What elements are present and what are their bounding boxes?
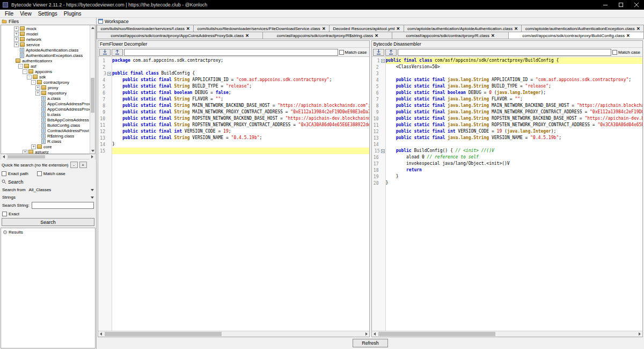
search-from-combobox[interactable]: Search from All_Classes xyxy=(2,186,94,193)
tab-close-icon[interactable]: ✕ xyxy=(322,26,326,31)
tab[interactable]: com/asf/appcoins/sdk/contractproxy/Build… xyxy=(508,32,644,39)
collapse-icon[interactable]: - xyxy=(31,80,36,85)
tab-close-icon[interactable]: ✕ xyxy=(636,26,640,31)
tree-item[interactable]: +repository xyxy=(1,90,90,96)
file-tree[interactable]: +mock+model+network+serviceAptoideAuthen… xyxy=(1,25,96,154)
tree-item[interactable]: ContractAddressProvi xyxy=(1,128,90,133)
tree-hscroll-track[interactable] xyxy=(6,155,90,159)
collapse-icon[interactable]: - xyxy=(23,69,27,74)
tree-item[interactable]: AppCoinsAddressProx xyxy=(1,106,90,112)
tree-vscroll-thumb[interactable] xyxy=(91,78,94,113)
decompiler-editor[interactable]: 123456789101112131415 package com.asf.ap… xyxy=(98,57,369,331)
tree-item[interactable]: +core xyxy=(1,144,90,149)
decompiler-horizontal-scrollbar[interactable] xyxy=(98,331,369,337)
decompiler-hscroll-thumb[interactable] xyxy=(105,332,222,336)
tab[interactable]: com/asf/appcoins/sdk/contractproxy/R.cla… xyxy=(392,32,509,39)
scroll-left-button[interactable] xyxy=(372,331,377,337)
minimize-button[interactable] xyxy=(597,0,613,10)
tab[interactable]: com/liulishuo/filedownloader/services/Fi… xyxy=(193,25,330,32)
exact-checkbox[interactable] xyxy=(2,212,7,216)
disassembler-match-case-checkbox[interactable] xyxy=(612,50,617,55)
maximize-button[interactable] xyxy=(613,0,628,10)
search-string-input[interactable] xyxy=(32,202,94,209)
tree-item[interactable]: +proxy xyxy=(1,85,90,90)
tree-item[interactable]: -appcoins xyxy=(1,69,90,74)
tab[interactable]: com/aptoide/authentication/Authenticatio… xyxy=(521,25,644,32)
refresh-button[interactable]: Refresh xyxy=(353,339,388,347)
tab-close-icon[interactable]: ✕ xyxy=(186,26,190,31)
menu-settings[interactable]: Settings xyxy=(35,11,61,17)
fold-icon[interactable] xyxy=(381,149,385,153)
tree-hscroll-thumb[interactable] xyxy=(8,155,45,158)
results-root-node[interactable]: Results xyxy=(1,228,95,236)
tab-close-icon[interactable]: ✕ xyxy=(245,33,249,38)
tree-item[interactable]: AppCoinsAddressProx xyxy=(1,101,90,106)
expand-all-button[interactable]: + xyxy=(79,162,87,168)
expand-icon[interactable]: + xyxy=(14,37,19,42)
import-button[interactable] xyxy=(385,49,397,56)
tree-item[interactable]: -asf xyxy=(1,63,90,69)
fold-icon[interactable] xyxy=(381,59,385,63)
scroll-right-button[interactable] xyxy=(90,154,95,159)
decompiler-hscroll-track[interactable] xyxy=(104,331,364,337)
disassembler-hscroll-thumb[interactable] xyxy=(378,332,495,336)
import-button[interactable] xyxy=(112,49,123,56)
export-button[interactable] xyxy=(99,49,111,56)
expand-icon[interactable]: + xyxy=(14,32,19,37)
exact-path-checkbox[interactable] xyxy=(2,171,6,176)
tab-close-icon[interactable]: ✕ xyxy=(375,33,378,38)
collapse-all-button[interactable]: - xyxy=(70,162,78,168)
disassembler-search-input[interactable] xyxy=(398,49,612,56)
tab-close-icon[interactable]: ✕ xyxy=(626,33,630,38)
expand-icon[interactable]: + xyxy=(31,144,36,149)
tree-item[interactable]: BdsAppCoinsAddress xyxy=(1,117,90,122)
expand-icon[interactable]: + xyxy=(14,42,19,47)
fold-icon[interactable] xyxy=(107,72,111,76)
files-match-case-checkbox[interactable] xyxy=(37,171,42,176)
scroll-down-button[interactable] xyxy=(90,148,96,154)
scroll-left-button[interactable] xyxy=(1,154,6,159)
decompiler-match-case-checkbox[interactable] xyxy=(339,50,344,55)
menu-plugins[interactable]: Plugins xyxy=(61,11,85,17)
expand-icon[interactable]: + xyxy=(23,150,27,154)
tree-item[interactable]: +model xyxy=(1,31,90,37)
tree-item[interactable]: +network xyxy=(1,37,90,42)
collapse-icon[interactable]: - xyxy=(18,64,23,69)
tab-close-icon[interactable]: ✕ xyxy=(397,26,400,31)
close-button[interactable] xyxy=(628,0,644,10)
tab[interactable]: com/aptoide/authentication/AptoideAuthen… xyxy=(404,25,522,32)
tree-item[interactable]: a.class xyxy=(1,96,90,101)
expand-icon[interactable]: + xyxy=(35,85,40,90)
disassembler-editor[interactable]: 1234567891011121314151617181920 public f… xyxy=(372,57,643,331)
tree-item[interactable]: authenticationrx xyxy=(1,58,90,63)
expand-icon[interactable]: + xyxy=(14,26,19,31)
scroll-left-button[interactable] xyxy=(98,331,104,337)
disassembler-horizontal-scrollbar[interactable] xyxy=(372,331,643,337)
search-button[interactable]: Search xyxy=(2,218,94,226)
search-type-combobox[interactable]: Strings xyxy=(2,194,94,201)
menu-file[interactable]: File xyxy=(2,11,17,17)
tree-item[interactable]: AuthenticationException.class xyxy=(1,53,90,58)
tree-item[interactable]: AptoideAuthentication.class xyxy=(1,47,90,53)
tree-item[interactable]: -contractproxy xyxy=(1,79,90,85)
menu-view[interactable]: View xyxy=(17,11,35,17)
tree-item[interactable]: b.class xyxy=(1,112,90,117)
tree-item[interactable]: +service xyxy=(1,42,90,47)
decompiler-search-input[interactable] xyxy=(124,49,338,56)
disassembler-hscroll-track[interactable] xyxy=(377,331,638,337)
collapse-icon[interactable]: - xyxy=(27,75,32,79)
scroll-right-button[interactable] xyxy=(364,331,369,337)
tab-close-icon[interactable]: ✕ xyxy=(514,26,518,31)
tab[interactable]: com/liulishuo/filedownloader/services/f.… xyxy=(97,25,194,32)
tree-item[interactable]: -sdk xyxy=(1,74,90,79)
tab[interactable]: Decoded Resources/apktool.yml✕ xyxy=(329,25,404,32)
tab-close-icon[interactable]: ✕ xyxy=(491,33,495,38)
search-results[interactable]: Results xyxy=(1,228,96,348)
tree-item[interactable]: +mock xyxy=(1,26,90,31)
tab[interactable]: com/asf/appcoins/sdk/contractproxy/R$str… xyxy=(262,32,392,39)
tree-vscroll-track[interactable] xyxy=(90,31,95,148)
scroll-up-button[interactable] xyxy=(90,25,96,31)
tree-item[interactable]: BuildConfig.class xyxy=(1,122,90,128)
tree-item[interactable]: +astuetz xyxy=(1,149,90,154)
tree-item[interactable]: R.class xyxy=(1,139,90,144)
